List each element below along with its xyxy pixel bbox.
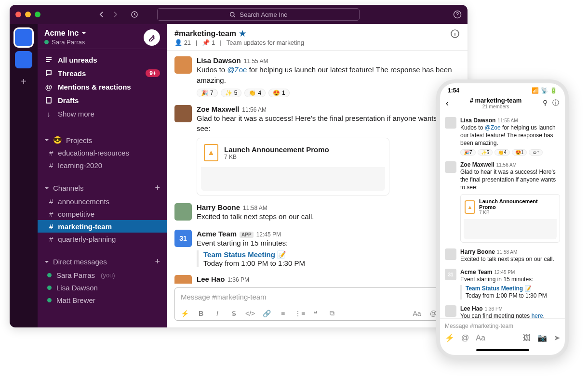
- message-text: Event starting in 15 minutes:: [197, 238, 460, 248]
- workspace-switcher-1[interactable]: [15, 29, 32, 46]
- sidebar-channel[interactable]: #learning-2020: [38, 159, 167, 171]
- sidebar-item-drafts[interactable]: Drafts: [38, 93, 167, 107]
- signal-icon: 📶: [532, 87, 539, 94]
- add-workspace-button[interactable]: +: [21, 76, 27, 87]
- avatar[interactable]: [445, 161, 456, 173]
- ordered-list-icon[interactable]: ≡: [278, 310, 288, 317]
- reaction[interactable]: 😍1: [268, 89, 290, 97]
- sidebar-item-mentions[interactable]: @ Mentions & reactions: [38, 80, 167, 93]
- sidebar-item-threads[interactable]: Threads 9+: [38, 66, 167, 80]
- reaction[interactable]: 😍1: [512, 149, 527, 156]
- back-icon[interactable]: ‹: [446, 98, 449, 108]
- add-channel-button[interactable]: +: [155, 183, 160, 193]
- history-icon[interactable]: [130, 10, 139, 19]
- link[interactable]: here: [532, 313, 543, 318]
- search-input[interactable]: Search Acme Inc: [157, 8, 360, 21]
- mention-link[interactable]: @Zoe: [485, 124, 501, 131]
- avatar[interactable]: [445, 117, 456, 129]
- sidebar-channel-active[interactable]: #marketing-team: [38, 220, 167, 233]
- sidebar-item-showmore[interactable]: ↓ Show more: [38, 107, 167, 120]
- avatar[interactable]: [174, 105, 192, 122]
- pins-count[interactable]: 📌 1: [202, 39, 215, 46]
- sidebar-dm[interactable]: Matt Brewer: [38, 294, 167, 306]
- avatar[interactable]: 31: [445, 269, 456, 280]
- sidebar-dm[interactable]: Lisa Dawson: [38, 281, 167, 294]
- format-icon[interactable]: Aa: [476, 334, 485, 342]
- message-author[interactable]: Lisa Dawson: [460, 117, 495, 124]
- close-icon[interactable]: [15, 12, 21, 17]
- bold-icon[interactable]: B: [196, 310, 206, 317]
- channel-name-button[interactable]: #marketing-team ★: [174, 29, 304, 38]
- camera-icon[interactable]: 📷: [537, 333, 547, 342]
- send-icon[interactable]: ➤: [554, 333, 560, 342]
- add-reaction-button[interactable]: ☺⁺: [529, 149, 543, 156]
- message-author[interactable]: Lisa Dawson: [197, 56, 241, 65]
- sidebar-channel[interactable]: #educational-resources: [38, 146, 167, 159]
- sidebar-section-dms[interactable]: Direct messages +: [38, 253, 167, 269]
- info-icon[interactable]: ⓘ: [552, 99, 559, 107]
- quote-icon[interactable]: ❝: [311, 310, 321, 317]
- shortcuts-icon[interactable]: ⚡: [180, 310, 189, 317]
- mobile-channel-name[interactable]: # marketing-team: [470, 97, 522, 104]
- link-icon[interactable]: 🔗: [262, 310, 271, 317]
- message-author[interactable]: Zoe Maxwell: [460, 161, 494, 168]
- file-attachment[interactable]: ▲ Launch Announcement Promo 7 KB: [197, 138, 389, 196]
- sidebar-dm[interactable]: Sara Parras(you): [38, 269, 167, 281]
- reaction[interactable]: 🎉7: [197, 89, 218, 97]
- workspace-switcher-2[interactable]: [15, 51, 32, 68]
- reaction[interactable]: ✨5: [221, 89, 242, 97]
- attach-icon[interactable]: 🖼: [523, 334, 531, 342]
- avatar[interactable]: [445, 305, 456, 317]
- search-icon[interactable]: ⚲: [543, 99, 548, 107]
- sidebar-section-channels[interactable]: Channels +: [38, 179, 167, 195]
- reaction[interactable]: 👏4: [494, 149, 510, 156]
- forward-icon[interactable]: [111, 10, 120, 19]
- italic-icon[interactable]: I: [213, 310, 222, 317]
- message-author[interactable]: Harry Boone: [197, 203, 240, 211]
- channel-details-button[interactable]: [450, 29, 460, 39]
- calendar-event[interactable]: Team Status Meeting 📝 Today from 1:00 PM…: [460, 285, 547, 300]
- mention-link[interactable]: @Zoe: [227, 65, 247, 74]
- sidebar-channel[interactable]: #announcements: [38, 195, 167, 208]
- file-attachment[interactable]: ▲ Launch Announcement Promo 7 KB: [460, 194, 560, 243]
- sidebar-section-projects[interactable]: 😎 Projects: [38, 132, 167, 146]
- sidebar-channel[interactable]: #quarterly-planning: [38, 233, 167, 245]
- shortcuts-icon[interactable]: ⚡: [445, 333, 454, 342]
- composer-input[interactable]: Message #marketing-team: [445, 323, 560, 329]
- avatar[interactable]: [445, 248, 456, 260]
- help-icon[interactable]: [453, 10, 462, 19]
- mention-icon[interactable]: @: [461, 334, 469, 342]
- desktop-window: Search Acme Inc + Acme Inc Sara Parras: [10, 5, 468, 327]
- message-author[interactable]: Harry Boone: [460, 248, 495, 255]
- code-icon[interactable]: </>: [245, 310, 255, 317]
- compose-button[interactable]: [144, 29, 160, 46]
- message-author[interactable]: Acme Team: [197, 230, 237, 238]
- add-dm-button[interactable]: +: [155, 257, 160, 267]
- bullet-list-icon[interactable]: ⋮≡: [294, 310, 304, 317]
- sidebar-item-unreads[interactable]: All unreads: [38, 53, 167, 66]
- members-count[interactable]: 👤 21: [174, 39, 191, 46]
- back-icon[interactable]: [97, 10, 106, 19]
- avatar[interactable]: [174, 275, 192, 284]
- calendar-event[interactable]: Team Status Meeting 📝 Today from 1:00 PM…: [197, 250, 460, 267]
- message-author[interactable]: Acme Team: [460, 269, 492, 275]
- composer-input[interactable]: Message #marketing-team: [175, 288, 459, 306]
- channel-topic[interactable]: Team updates for marketing: [227, 39, 304, 46]
- minimize-icon[interactable]: [25, 12, 31, 17]
- strike-icon[interactable]: S̶: [229, 310, 239, 317]
- codeblock-icon[interactable]: ⧉: [327, 309, 337, 317]
- format-icon[interactable]: Aa: [412, 310, 422, 317]
- reaction[interactable]: ✨5: [478, 149, 493, 156]
- sidebar-channel[interactable]: #competitive: [38, 208, 167, 220]
- star-icon[interactable]: ★: [239, 29, 246, 38]
- avatar[interactable]: 31: [174, 230, 192, 247]
- message-author[interactable]: Lee Hao: [460, 305, 483, 312]
- avatar[interactable]: [174, 203, 192, 221]
- avatar[interactable]: [174, 56, 192, 74]
- message-author[interactable]: Zoe Maxwell: [197, 105, 239, 113]
- reaction[interactable]: 🎉7: [460, 149, 476, 156]
- reaction[interactable]: 👏4: [244, 89, 266, 97]
- workspace-name-button[interactable]: Acme Inc: [44, 29, 86, 38]
- message-author[interactable]: Lee Hao: [197, 275, 225, 283]
- maximize-icon[interactable]: [35, 12, 40, 17]
